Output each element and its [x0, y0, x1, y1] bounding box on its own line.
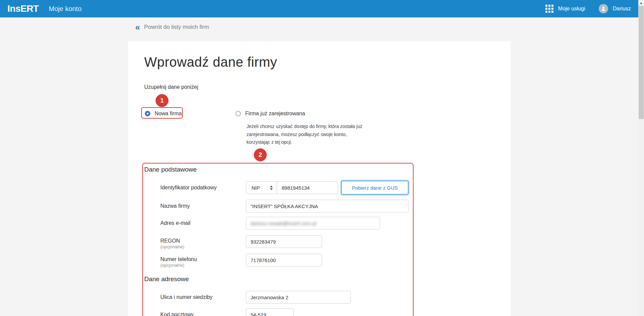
scrollbar-up-arrow-icon[interactable]: ▲ [638, 0, 644, 6]
phone-input[interactable] [246, 254, 322, 266]
tax-id-number-input[interactable]: 8981945134 [277, 182, 338, 194]
back-to-companies-link[interactable]: « Powrót do listy moich firm [135, 23, 209, 31]
radio-new-company-label: Nowa firma [155, 111, 182, 117]
company-name-label: Nazwa firmy [160, 203, 190, 209]
page-subtitle: Uzupełnij dane poniżej [144, 84, 198, 90]
radio-existing-company-label: Firma już zarejestrowana [245, 111, 305, 117]
tax-id-group: NIP 8981945134 [246, 181, 338, 194]
street-input[interactable] [246, 291, 351, 304]
my-services-link[interactable]: Moje usługi [558, 6, 585, 12]
phone-label: Numer telefonu [160, 256, 197, 262]
radio-existing-company[interactable]: Firma już zarejestrowana [235, 111, 305, 117]
fetch-gus-button[interactable]: Pobierz dane z GUS [341, 181, 409, 195]
page-title: Wprowadź dane firmy [144, 55, 277, 70]
tax-id-type-value: NIP [252, 185, 260, 191]
section-heading-basic-data: Dane podstawowe [144, 166, 197, 173]
postal-code-label: Kod pocztowy [160, 312, 194, 316]
annotation-badge-1: 1 [156, 94, 168, 107]
back-link-label: Powrót do listy moich firm [144, 24, 209, 30]
phone-optional-label: (opcjonalne) [160, 263, 184, 268]
select-stepper-icon [270, 186, 273, 190]
regon-label: REGON [160, 238, 180, 244]
vertical-scrollbar[interactable]: ▲ [638, 0, 644, 316]
email-label: Adres e-mail [160, 220, 191, 226]
apps-grid-icon[interactable] [545, 5, 553, 13]
regon-optional-label: (opcjonalne) [160, 244, 184, 249]
topbar-right: Moje usługi Dariusz [545, 0, 631, 17]
section-heading-address-data: Dane adresowe [144, 275, 189, 283]
radio-unselected-icon[interactable] [235, 111, 241, 116]
top-bar: InsERT Moje konto Moje usługi Dariusz [0, 0, 638, 17]
scrollbar-thumb[interactable] [639, 6, 644, 119]
annotation-badge-2: 2 [254, 148, 267, 161]
person-icon [601, 6, 606, 11]
tax-id-label: Identyfikator podatkowy [160, 185, 217, 191]
app-title: Moje konto [49, 5, 82, 13]
radio-new-company[interactable]: Nowa firma [145, 111, 182, 117]
regon-input[interactable] [246, 235, 322, 248]
street-label: Ulica i numer siedziby [160, 294, 213, 300]
tax-id-type-select[interactable]: NIP [246, 182, 277, 194]
user-name-link[interactable]: Dariusz [613, 6, 631, 12]
email-input[interactable]: dariusz.nowak@insert.com.pl [246, 217, 380, 230]
double-chevron-left-icon: « [135, 23, 140, 31]
email-blurred-value: dariusz.nowak@insert.com.pl [251, 220, 316, 226]
company-name-input[interactable] [246, 200, 409, 212]
postal-code-input[interactable] [246, 308, 294, 316]
insert-logo[interactable]: InsERT [7, 3, 39, 14]
user-avatar-icon[interactable] [599, 4, 608, 13]
existing-company-help-text: Jeżeli chcesz uzyskać dostęp do firmy, k… [247, 123, 366, 146]
radio-selected-icon[interactable] [145, 111, 150, 116]
